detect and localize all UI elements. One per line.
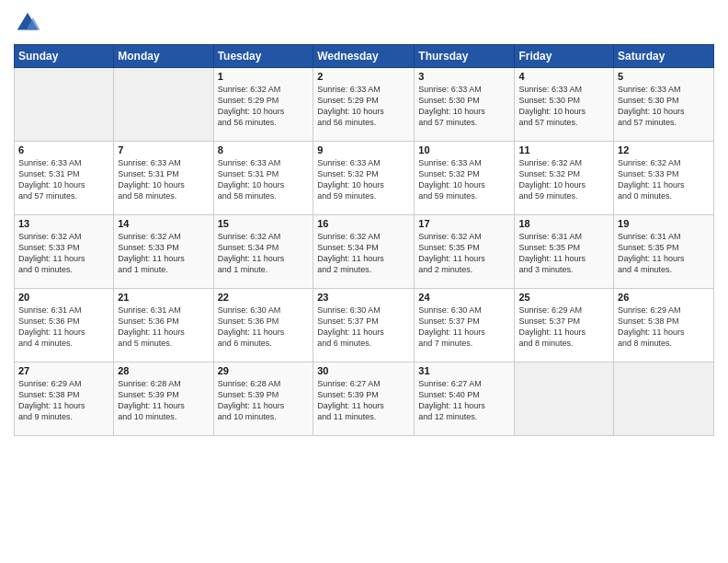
calendar-day-cell: 1Sunrise: 6:32 AM Sunset: 5:29 PM Daylig…: [213, 68, 313, 142]
day-number: 12: [618, 144, 710, 155]
day-info: Sunrise: 6:28 AM Sunset: 5:39 PM Dayligh…: [118, 378, 209, 423]
day-number: 9: [317, 144, 410, 155]
day-number: 31: [418, 365, 510, 376]
calendar-week-row: 20Sunrise: 6:31 AM Sunset: 5:36 PM Dayli…: [15, 289, 714, 362]
day-number: 14: [118, 218, 209, 229]
logo-icon: [14, 9, 41, 37]
day-info: Sunrise: 6:33 AM Sunset: 5:30 PM Dayligh…: [418, 84, 510, 129]
day-info: Sunrise: 6:28 AM Sunset: 5:39 PM Dayligh…: [218, 378, 310, 423]
day-number: 3: [418, 71, 510, 82]
header: [14, 9, 714, 37]
day-info: Sunrise: 6:32 AM Sunset: 5:32 PM Dayligh…: [518, 157, 609, 202]
calendar-day-cell: 9Sunrise: 6:33 AM Sunset: 5:32 PM Daylig…: [313, 142, 415, 215]
calendar-day-cell: 28Sunrise: 6:28 AM Sunset: 5:39 PM Dayli…: [114, 362, 213, 436]
calendar-week-row: 13Sunrise: 6:32 AM Sunset: 5:33 PM Dayli…: [15, 215, 714, 289]
day-number: 8: [218, 144, 310, 155]
day-info: Sunrise: 6:30 AM Sunset: 5:36 PM Dayligh…: [218, 304, 310, 350]
day-info: Sunrise: 6:31 AM Sunset: 5:35 PM Dayligh…: [618, 231, 710, 276]
calendar-week-row: 27Sunrise: 6:29 AM Sunset: 5:38 PM Dayli…: [15, 362, 714, 436]
day-number: 19: [618, 218, 710, 229]
calendar-day-cell: [614, 362, 714, 436]
calendar-day-cell: 10Sunrise: 6:33 AM Sunset: 5:32 PM Dayli…: [415, 142, 515, 215]
calendar-day-cell: 13Sunrise: 6:32 AM Sunset: 5:33 PM Dayli…: [15, 215, 114, 289]
calendar-day-cell: 6Sunrise: 6:33 AM Sunset: 5:31 PM Daylig…: [15, 142, 114, 215]
day-info: Sunrise: 6:31 AM Sunset: 5:35 PM Dayligh…: [518, 231, 609, 276]
calendar-day-cell: 5Sunrise: 6:33 AM Sunset: 5:30 PM Daylig…: [614, 68, 714, 142]
day-number: 11: [518, 144, 609, 155]
calendar-day-cell: 21Sunrise: 6:31 AM Sunset: 5:36 PM Dayli…: [114, 289, 213, 362]
calendar-day-cell: 11Sunrise: 6:32 AM Sunset: 5:32 PM Dayli…: [515, 142, 614, 215]
day-info: Sunrise: 6:27 AM Sunset: 5:40 PM Dayligh…: [418, 378, 510, 423]
day-info: Sunrise: 6:30 AM Sunset: 5:37 PM Dayligh…: [317, 304, 410, 350]
day-number: 22: [218, 292, 310, 303]
calendar-day-cell: 14Sunrise: 6:32 AM Sunset: 5:33 PM Dayli…: [114, 215, 213, 289]
calendar-day-cell: 30Sunrise: 6:27 AM Sunset: 5:39 PM Dayli…: [313, 362, 415, 436]
calendar-header-row: SundayMondayTuesdayWednesdayThursdayFrid…: [15, 45, 714, 68]
main-container: SundayMondayTuesdayWednesdayThursdayFrid…: [0, 0, 728, 563]
day-info: Sunrise: 6:32 AM Sunset: 5:35 PM Dayligh…: [418, 231, 510, 276]
day-number: 29: [218, 365, 310, 376]
day-number: 10: [418, 144, 510, 155]
day-info: Sunrise: 6:32 AM Sunset: 5:33 PM Dayligh…: [118, 231, 209, 276]
day-number: 20: [18, 292, 109, 303]
day-info: Sunrise: 6:33 AM Sunset: 5:30 PM Dayligh…: [618, 84, 710, 129]
day-of-week-header: Sunday: [15, 45, 114, 68]
day-number: 27: [18, 365, 109, 376]
calendar-day-cell: 19Sunrise: 6:31 AM Sunset: 5:35 PM Dayli…: [614, 215, 714, 289]
day-number: 26: [618, 292, 710, 303]
day-number: 5: [618, 71, 710, 82]
day-info: Sunrise: 6:27 AM Sunset: 5:39 PM Dayligh…: [317, 378, 410, 423]
day-info: Sunrise: 6:30 AM Sunset: 5:37 PM Dayligh…: [418, 304, 510, 350]
calendar-day-cell: 20Sunrise: 6:31 AM Sunset: 5:36 PM Dayli…: [15, 289, 114, 362]
day-number: 18: [518, 218, 609, 229]
day-info: Sunrise: 6:33 AM Sunset: 5:29 PM Dayligh…: [317, 84, 410, 129]
day-number: 17: [418, 218, 510, 229]
day-info: Sunrise: 6:31 AM Sunset: 5:36 PM Dayligh…: [18, 304, 109, 350]
day-number: 23: [317, 292, 410, 303]
calendar-week-row: 6Sunrise: 6:33 AM Sunset: 5:31 PM Daylig…: [15, 142, 714, 215]
calendar-day-cell: 22Sunrise: 6:30 AM Sunset: 5:36 PM Dayli…: [213, 289, 313, 362]
day-info: Sunrise: 6:29 AM Sunset: 5:37 PM Dayligh…: [518, 304, 609, 350]
day-info: Sunrise: 6:29 AM Sunset: 5:38 PM Dayligh…: [18, 378, 109, 423]
calendar-day-cell: 12Sunrise: 6:32 AM Sunset: 5:33 PM Dayli…: [614, 142, 714, 215]
day-info: Sunrise: 6:32 AM Sunset: 5:34 PM Dayligh…: [317, 231, 410, 276]
calendar-day-cell: 31Sunrise: 6:27 AM Sunset: 5:40 PM Dayli…: [415, 362, 515, 436]
calendar-day-cell: 16Sunrise: 6:32 AM Sunset: 5:34 PM Dayli…: [313, 215, 415, 289]
day-of-week-header: Tuesday: [213, 45, 313, 68]
calendar-day-cell: 18Sunrise: 6:31 AM Sunset: 5:35 PM Dayli…: [515, 215, 614, 289]
day-number: 1: [218, 71, 310, 82]
calendar-day-cell: 27Sunrise: 6:29 AM Sunset: 5:38 PM Dayli…: [15, 362, 114, 436]
calendar-day-cell: 4Sunrise: 6:33 AM Sunset: 5:30 PM Daylig…: [515, 68, 614, 142]
day-info: Sunrise: 6:32 AM Sunset: 5:33 PM Dayligh…: [618, 157, 710, 202]
calendar-day-cell: [114, 68, 213, 142]
day-of-week-header: Thursday: [415, 45, 515, 68]
calendar-day-cell: 2Sunrise: 6:33 AM Sunset: 5:29 PM Daylig…: [313, 68, 415, 142]
day-info: Sunrise: 6:33 AM Sunset: 5:30 PM Dayligh…: [518, 84, 609, 129]
calendar-day-cell: 15Sunrise: 6:32 AM Sunset: 5:34 PM Dayli…: [213, 215, 313, 289]
day-number: 30: [317, 365, 410, 376]
day-number: 28: [118, 365, 209, 376]
day-info: Sunrise: 6:32 AM Sunset: 5:34 PM Dayligh…: [218, 231, 310, 276]
calendar-week-row: 1Sunrise: 6:32 AM Sunset: 5:29 PM Daylig…: [15, 68, 714, 142]
day-number: 7: [118, 144, 209, 155]
day-number: 4: [518, 71, 609, 82]
day-info: Sunrise: 6:33 AM Sunset: 5:31 PM Dayligh…: [218, 157, 310, 202]
day-number: 13: [18, 218, 109, 229]
day-info: Sunrise: 6:33 AM Sunset: 5:32 PM Dayligh…: [418, 157, 510, 202]
day-of-week-header: Monday: [114, 45, 213, 68]
logo: [14, 9, 45, 37]
calendar-day-cell: 25Sunrise: 6:29 AM Sunset: 5:37 PM Dayli…: [515, 289, 614, 362]
calendar-day-cell: 29Sunrise: 6:28 AM Sunset: 5:39 PM Dayli…: [213, 362, 313, 436]
day-number: 15: [218, 218, 310, 229]
day-info: Sunrise: 6:33 AM Sunset: 5:32 PM Dayligh…: [317, 157, 410, 202]
calendar-day-cell: 3Sunrise: 6:33 AM Sunset: 5:30 PM Daylig…: [415, 68, 515, 142]
calendar-day-cell: [515, 362, 614, 436]
day-of-week-header: Friday: [515, 45, 614, 68]
day-info: Sunrise: 6:33 AM Sunset: 5:31 PM Dayligh…: [18, 157, 109, 202]
day-info: Sunrise: 6:33 AM Sunset: 5:31 PM Dayligh…: [118, 157, 209, 202]
calendar-day-cell: [15, 68, 114, 142]
day-info: Sunrise: 6:32 AM Sunset: 5:33 PM Dayligh…: [18, 231, 109, 276]
day-number: 21: [118, 292, 209, 303]
calendar-day-cell: 24Sunrise: 6:30 AM Sunset: 5:37 PM Dayli…: [415, 289, 515, 362]
calendar-day-cell: 26Sunrise: 6:29 AM Sunset: 5:38 PM Dayli…: [614, 289, 714, 362]
